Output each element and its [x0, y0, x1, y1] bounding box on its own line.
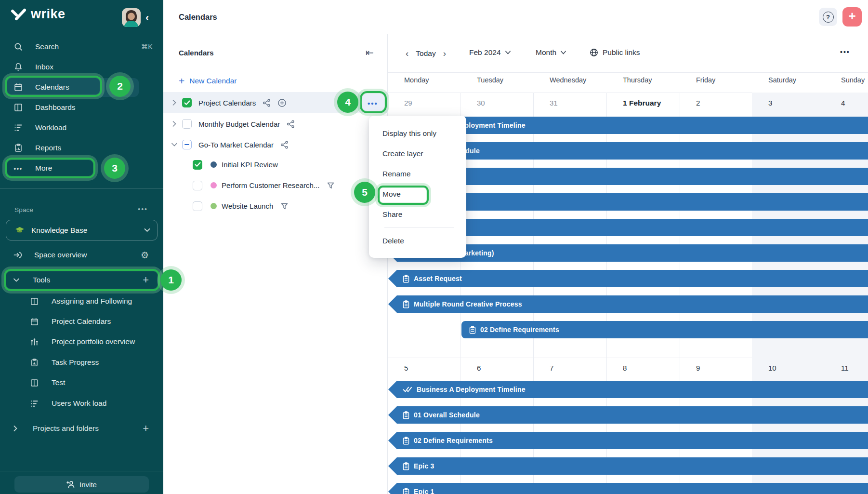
- sidebar-item-tools[interactable]: Tools +: [0, 270, 163, 290]
- sidebar-item-label: Search: [35, 42, 59, 51]
- event-bar-label: Multiple Round Creative Process: [414, 300, 522, 308]
- gear-icon[interactable]: ⚙: [141, 250, 149, 261]
- menu-item-create-layer[interactable]: Create layer: [369, 144, 466, 164]
- calendar-more-button[interactable]: •••: [840, 48, 850, 56]
- sidebar-item-more[interactable]: ••• More: [0, 158, 163, 178]
- prev-icon[interactable]: ‹: [406, 48, 408, 59]
- add-circle-icon[interactable]: [277, 98, 287, 107]
- sidebar-item-inbox[interactable]: Inbox: [0, 57, 163, 77]
- event-bar[interactable]: Business A Deployment Timeline: [388, 381, 868, 398]
- enter-arrow-icon: [13, 251, 23, 259]
- date-cell[interactable]: 30: [477, 99, 485, 107]
- space-selector[interactable]: Knowledge Base: [6, 220, 158, 240]
- calendar-checkbox-checked[interactable]: [182, 98, 192, 107]
- calendar-row-monthly-budget[interactable]: Monthly Budget Calendar: [163, 113, 388, 134]
- sidebar-item-users-work-load[interactable]: Users Work load: [0, 393, 163, 414]
- layer-checkbox-unchecked[interactable]: [193, 201, 202, 211]
- event-bar[interactable]: 02 Define Requirements: [388, 432, 868, 449]
- next-icon[interactable]: ›: [443, 48, 446, 59]
- calendar-checkbox-indeterminate[interactable]: [182, 140, 192, 149]
- collapse-panel-icon[interactable]: ⇤: [366, 47, 374, 58]
- page-title: Calendars: [179, 13, 217, 22]
- menu-item-display-this-only[interactable]: Display this only: [369, 123, 466, 144]
- date-cell[interactable]: 5: [404, 364, 408, 372]
- date-cell[interactable]: 8: [623, 364, 627, 372]
- sidebar-item-project-calendars[interactable]: Project Calendars: [0, 311, 163, 332]
- invite-button[interactable]: Invite: [14, 476, 149, 493]
- calendar-checkbox-unchecked[interactable]: [182, 119, 192, 129]
- workload-icon: [30, 400, 39, 408]
- add-project-icon[interactable]: +: [143, 422, 149, 435]
- event-bar[interactable]: Epic 1: [388, 483, 868, 494]
- layer-checkbox-checked[interactable]: [193, 160, 202, 170]
- date-cell[interactable]: 4: [841, 99, 845, 107]
- share-icon[interactable]: [263, 99, 271, 107]
- today-button[interactable]: Today: [416, 49, 435, 58]
- date-cell[interactable]: 3: [768, 99, 772, 107]
- sidebar-item-label: Tools: [33, 276, 50, 284]
- period-dropdown[interactable]: Feb 2024: [469, 48, 511, 57]
- event-bar[interactable]: Epic 3: [388, 457, 868, 475]
- share-icon[interactable]: [287, 120, 295, 128]
- sidebar-item-project-portfolio-overview[interactable]: Project portfolio overview: [0, 332, 163, 352]
- new-calendar-button[interactable]: + New Calendar: [179, 76, 237, 86]
- date-cell[interactable]: 29: [404, 99, 412, 107]
- chevron-right-icon[interactable]: [171, 121, 178, 127]
- event-bar[interactable]: Multiple Round Creative Process: [388, 295, 868, 313]
- date-cell[interactable]: 10: [768, 364, 776, 372]
- clipboard-icon: [403, 275, 409, 283]
- layer-name: Perform Customer Research...: [222, 181, 319, 189]
- sidebar-item-task-progress[interactable]: Task Progress: [0, 352, 163, 373]
- menu-item-delete[interactable]: Delete: [369, 231, 466, 251]
- layer-row-initial-kpi-review[interactable]: Initial KPI Review: [163, 154, 388, 175]
- event-bar[interactable]: 02 Define Requirements: [461, 321, 868, 338]
- sidebar-item-label: Assigning and Following: [52, 297, 132, 306]
- annotation-step-1: 1: [160, 269, 182, 291]
- help-button[interactable]: ?: [819, 8, 837, 26]
- space-more-icon[interactable]: •••: [138, 205, 148, 213]
- chevron-down-icon[interactable]: [171, 143, 178, 147]
- date-cell[interactable]: 1 February: [623, 99, 661, 107]
- sidebar-item-label: Space overview: [34, 251, 87, 259]
- create-new-button[interactable]: +: [842, 7, 862, 27]
- share-icon[interactable]: [280, 141, 289, 149]
- chevron-down-icon: [505, 51, 511, 54]
- sidebar-collapse-icon[interactable]: ‹: [145, 12, 149, 24]
- view-mode-label: Month: [536, 48, 556, 57]
- calendar-options-button[interactable]: •••: [362, 94, 384, 112]
- public-links-button[interactable]: Public links: [590, 48, 640, 57]
- event-bar[interactable]: Asset Request: [388, 270, 868, 287]
- sidebar-item-workload[interactable]: Workload: [0, 118, 163, 138]
- date-cell[interactable]: 2: [696, 99, 700, 107]
- menu-item-rename[interactable]: Rename: [369, 164, 466, 184]
- date-cell[interactable]: 31: [550, 99, 558, 107]
- sidebar-item-search[interactable]: Search ⌘K: [0, 37, 163, 57]
- layer-row-website-launch[interactable]: Website Launch: [163, 196, 388, 216]
- date-cell[interactable]: 11: [841, 364, 849, 372]
- search-icon: [13, 42, 23, 51]
- view-mode-dropdown[interactable]: Month: [536, 48, 566, 57]
- sidebar-item-space-overview[interactable]: Space overview ⚙: [0, 245, 163, 265]
- event-bar[interactable]: 01 Overall Schedule: [388, 406, 868, 424]
- date-cell[interactable]: 9: [696, 364, 700, 372]
- filter-icon[interactable]: [327, 182, 334, 189]
- calendar-row-go-to-market[interactable]: Go-To Market Calendar: [163, 134, 388, 155]
- date-cell[interactable]: 7: [550, 364, 553, 372]
- layer-checkbox-unchecked[interactable]: [193, 181, 202, 190]
- filter-icon[interactable]: [281, 203, 288, 210]
- sidebar-item-test[interactable]: Test: [0, 373, 163, 393]
- wrike-logo[interactable]: wrike: [11, 7, 66, 22]
- add-tool-icon[interactable]: +: [143, 274, 149, 286]
- date-cell[interactable]: 6: [477, 364, 481, 372]
- menu-item-share[interactable]: Share: [369, 204, 466, 225]
- sidebar-item-reports[interactable]: Reports: [0, 138, 163, 158]
- sidebar-item-label: Users Work load: [52, 399, 106, 408]
- sidebar-item-projects-and-folders[interactable]: Projects and folders +: [0, 418, 163, 439]
- menu-item-move[interactable]: Move: [369, 184, 466, 204]
- event-bar-label: 02 Define Requirements: [414, 437, 493, 444]
- avatar[interactable]: [122, 8, 141, 27]
- sidebar-item-assigning-and-following[interactable]: Assigning and Following: [0, 291, 163, 311]
- sidebar-item-calendars[interactable]: Calendars: [0, 77, 163, 97]
- chevron-right-icon[interactable]: [171, 100, 178, 106]
- sidebar-item-dashboards[interactable]: Dashboards: [0, 97, 163, 118]
